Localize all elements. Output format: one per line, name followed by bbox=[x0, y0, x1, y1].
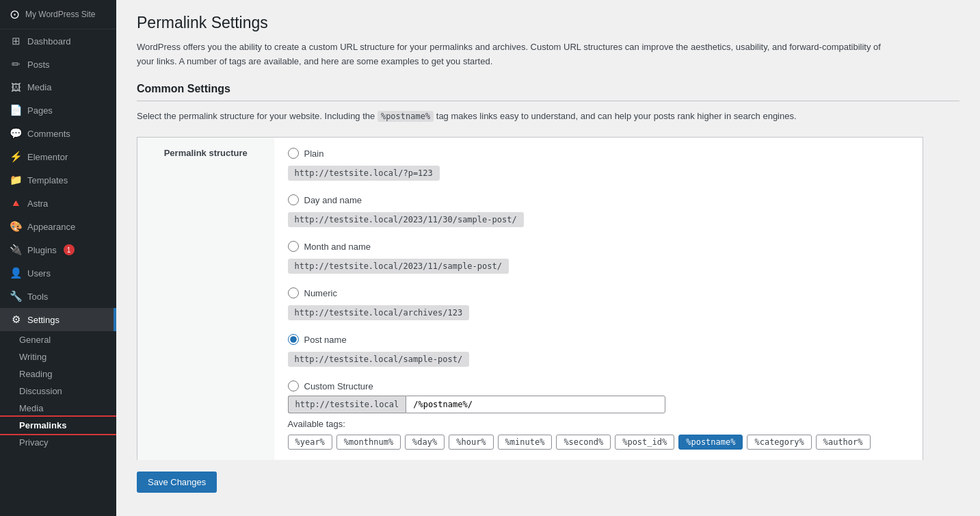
radio-numeric-label: Numeric bbox=[304, 288, 337, 298]
sidebar-item-astra[interactable]: 🔺 Astra bbox=[0, 192, 116, 215]
tag-postname[interactable]: %postname% bbox=[678, 435, 743, 450]
radio-numeric[interactable]: Numeric bbox=[288, 287, 910, 298]
sidebar-item-label: Dashboard bbox=[27, 36, 71, 47]
radio-custom-input[interactable] bbox=[288, 380, 299, 391]
radio-numeric-input[interactable] bbox=[288, 287, 299, 298]
sidebar-item-pages[interactable]: 📄 Pages bbox=[0, 99, 116, 122]
radio-day-label: Day and name bbox=[304, 195, 362, 205]
sidebar-item-label: Pages bbox=[27, 105, 53, 116]
submenu-item-privacy[interactable]: Privacy bbox=[0, 434, 116, 451]
custom-structure-input[interactable] bbox=[406, 396, 665, 413]
tag-monthnum[interactable]: %monthnum% bbox=[336, 435, 401, 450]
radio-postname-label: Post name bbox=[304, 335, 347, 345]
save-changes-button[interactable]: Save Changes bbox=[137, 472, 217, 493]
sidebar-item-label: Astra bbox=[27, 198, 48, 209]
radio-day-input[interactable] bbox=[288, 194, 299, 205]
tag-hour[interactable]: %hour% bbox=[449, 435, 493, 450]
comments-icon: 💬 bbox=[10, 127, 22, 140]
tag-year[interactable]: %year% bbox=[288, 435, 332, 450]
submenu-item-permalinks[interactable]: Permalinks bbox=[0, 417, 116, 434]
sidebar-item-label: Appearance bbox=[27, 222, 75, 232]
sidebar-item-appearance[interactable]: 🎨 Appearance bbox=[0, 215, 116, 238]
intro-text: WordPress offers you the ability to crea… bbox=[137, 40, 889, 69]
settings-table: Permalink structure Plain http://testsit… bbox=[137, 137, 923, 461]
tag-post-id[interactable]: %post_id% bbox=[615, 435, 674, 450]
site-logo: ⊙ My WordPress Site bbox=[0, 0, 116, 29]
submenu-item-reading[interactable]: Reading bbox=[0, 365, 116, 383]
sidebar-item-posts[interactable]: ✏ Posts bbox=[0, 53, 116, 76]
tools-icon: 🔧 bbox=[10, 290, 22, 302]
tag-second[interactable]: %second% bbox=[556, 435, 611, 450]
astra-icon: 🔺 bbox=[10, 197, 22, 209]
wordpress-icon: ⊙ bbox=[10, 7, 20, 22]
sidebar: ⊙ My WordPress Site ⊞ Dashboard ✏ Posts … bbox=[0, 0, 116, 516]
settings-icon: ⚙ bbox=[10, 313, 22, 326]
sidebar-item-comments[interactable]: 💬 Comments bbox=[0, 122, 116, 145]
pages-icon: 📄 bbox=[10, 104, 22, 116]
radio-plain[interactable]: Plain bbox=[288, 148, 910, 159]
sidebar-item-dashboard[interactable]: ⊞ Dashboard bbox=[0, 29, 116, 53]
appearance-icon: 🎨 bbox=[10, 220, 22, 233]
url-post-name: http://testsite.local/sample-post/ bbox=[288, 352, 470, 367]
submenu-item-writing[interactable]: Writing bbox=[0, 348, 116, 365]
option-numeric: Numeric http://testsite.local/archives/1… bbox=[288, 287, 910, 328]
url-month-name: http://testsite.local/2023/11/sample-pos… bbox=[288, 259, 509, 274]
sidebar-item-users[interactable]: 👤 Users bbox=[0, 261, 116, 285]
sidebar-item-settings[interactable]: ⚙ Settings bbox=[0, 308, 116, 331]
option-post-name: Post name http://testsite.local/sample-p… bbox=[288, 334, 910, 375]
page-title: Permalink Settings bbox=[137, 14, 959, 32]
available-tags-section: Available tags: %year% %monthnum% %day% … bbox=[288, 419, 910, 450]
radio-postname-input[interactable] bbox=[288, 334, 299, 345]
sidebar-item-tools[interactable]: 🔧 Tools bbox=[0, 285, 116, 308]
url-numeric: http://testsite.local/archives/123 bbox=[288, 305, 470, 320]
sidebar-item-media[interactable]: 🖼 Media bbox=[0, 76, 116, 99]
radio-post-name[interactable]: Post name bbox=[288, 334, 910, 345]
tag-category[interactable]: %category% bbox=[747, 435, 811, 450]
url-day-name: http://testsite.local/2023/11/30/sample-… bbox=[288, 212, 524, 227]
sidebar-item-label: Templates bbox=[27, 175, 68, 185]
dashboard-icon: ⊞ bbox=[10, 35, 22, 47]
permalink-structure-row: Permalink structure Plain http://testsit… bbox=[137, 138, 923, 461]
sidebar-item-label: Media bbox=[27, 82, 51, 92]
custom-structure-input-row: http://testsite.local bbox=[288, 396, 910, 413]
option-day-name: Day and name http://testsite.local/2023/… bbox=[288, 194, 910, 235]
posts-icon: ✏ bbox=[10, 58, 22, 70]
permalink-structure-label: Permalink structure bbox=[137, 138, 274, 461]
radio-month-name[interactable]: Month and name bbox=[288, 241, 910, 252]
radio-month-label: Month and name bbox=[304, 242, 371, 252]
submenu-item-media-sub[interactable]: Media bbox=[0, 400, 116, 417]
sidebar-item-elementor[interactable]: ⚡ Elementor bbox=[0, 145, 116, 168]
sidebar-item-label: Posts bbox=[27, 60, 50, 70]
tag-author[interactable]: %author% bbox=[816, 435, 871, 450]
radio-custom-label: Custom Structure bbox=[304, 381, 373, 391]
radio-plain-input[interactable] bbox=[288, 148, 299, 159]
sidebar-item-label: Plugins bbox=[27, 245, 57, 255]
radio-custom[interactable]: Custom Structure bbox=[288, 380, 910, 391]
common-settings-title: Common Settings bbox=[137, 83, 959, 101]
radio-plain-label: Plain bbox=[304, 149, 324, 159]
site-name: My WordPress Site bbox=[25, 10, 95, 19]
option-plain: Plain http://testsite.local/?p=123 bbox=[288, 148, 910, 189]
sidebar-item-plugins[interactable]: 🔌 Plugins 1 bbox=[0, 238, 116, 261]
postname-code: %postname% bbox=[378, 111, 434, 122]
available-tags-label: Available tags: bbox=[288, 419, 910, 429]
sidebar-item-label: Users bbox=[27, 268, 51, 279]
option-month-name: Month and name http://testsite.local/202… bbox=[288, 241, 910, 282]
tag-minute[interactable]: %minute% bbox=[498, 435, 553, 450]
sidebar-item-templates[interactable]: 📁 Templates bbox=[0, 168, 116, 192]
tag-day[interactable]: %day% bbox=[405, 435, 445, 450]
radio-day-name[interactable]: Day and name bbox=[288, 194, 910, 205]
radio-month-input[interactable] bbox=[288, 241, 299, 252]
sidebar-item-label: Settings bbox=[27, 315, 59, 325]
templates-icon: 📁 bbox=[10, 174, 22, 186]
submenu-item-general[interactable]: General bbox=[0, 331, 116, 348]
media-icon: 🖼 bbox=[10, 81, 22, 93]
plugins-badge: 1 bbox=[64, 244, 75, 255]
section-description: Select the permalink structure for your … bbox=[137, 109, 959, 124]
tags-row: %year% %monthnum% %day% %hour% %minute% … bbox=[288, 435, 910, 450]
submenu-item-discussion[interactable]: Discussion bbox=[0, 383, 116, 400]
option-custom: Custom Structure http://testsite.local bbox=[288, 380, 910, 413]
plugins-icon: 🔌 bbox=[10, 244, 22, 256]
sidebar-item-label: Tools bbox=[27, 292, 48, 302]
sidebar-item-label: Elementor bbox=[27, 152, 68, 162]
